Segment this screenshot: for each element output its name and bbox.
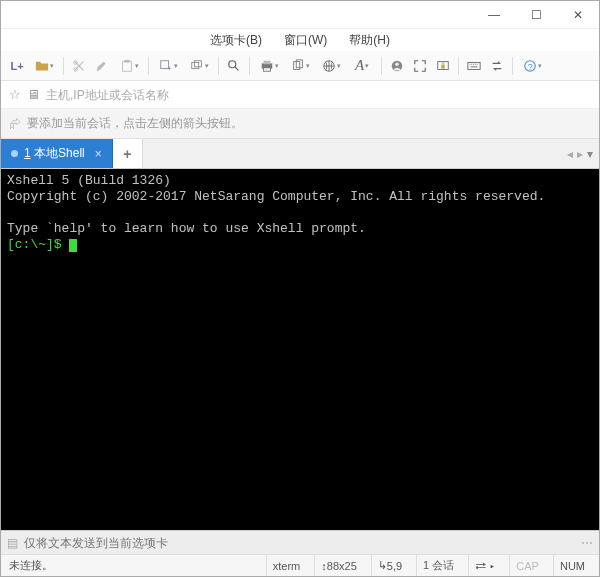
windows-icon — [190, 59, 204, 73]
expand-icon — [413, 59, 427, 73]
term-line2: Copyright (c) 2002-2017 NetSarang Comput… — [7, 189, 545, 204]
sessions-button[interactable]: ▾ — [185, 55, 213, 77]
tab-local-shell[interactable]: 1 本地Shell × — [1, 139, 113, 168]
status-num: NUM — [553, 555, 591, 576]
status-transfer-icon[interactable]: ⮂ ▸ — [468, 555, 501, 576]
lplus-button[interactable]: L+ — [7, 55, 27, 77]
status-cursor: ↳ 5,9 — [371, 555, 408, 576]
status-connection: 未连接。 — [9, 558, 258, 573]
folder-icon — [35, 59, 49, 73]
brush-icon — [95, 59, 109, 73]
minimize-button[interactable]: — — [473, 1, 515, 29]
svg-rect-6 — [191, 62, 198, 68]
titlebar: — ☐ ✕ — [1, 1, 599, 29]
menu-window[interactable]: 窗口(W) — [280, 30, 331, 51]
term-prompt: [c:\~]$ — [7, 237, 69, 252]
keyboard-icon — [467, 59, 481, 73]
search-button[interactable] — [224, 55, 244, 77]
tab-prev-button[interactable]: ◂ — [567, 147, 573, 161]
paintbrush-button[interactable] — [92, 55, 112, 77]
svg-text:?: ? — [527, 61, 532, 71]
copy-icon — [291, 59, 305, 73]
scissors-icon — [72, 59, 86, 73]
term-line4: Type `help' to learn how to use Xshell p… — [7, 221, 366, 236]
open-button[interactable]: ▾ — [30, 55, 58, 77]
address-input[interactable] — [46, 88, 591, 102]
svg-rect-19 — [468, 62, 480, 69]
menu-help[interactable]: 帮助(H) — [345, 30, 394, 51]
host-icon: 🖥 — [27, 87, 40, 102]
avatar-icon — [390, 59, 404, 73]
maximize-button[interactable]: ☐ — [515, 1, 557, 29]
menubar: 选项卡(B) 窗口(W) 帮助(H) — [1, 29, 599, 51]
svg-rect-10 — [263, 60, 270, 64]
svg-rect-11 — [263, 67, 270, 71]
tab-label: 1 本地Shell — [24, 145, 85, 162]
svg-rect-7 — [194, 60, 201, 66]
lock-screen-icon — [436, 59, 450, 73]
svg-point-8 — [229, 60, 236, 67]
help-icon: ? — [523, 59, 537, 73]
tab-list-button[interactable]: ▾ — [587, 147, 593, 161]
sendbar-menu-button[interactable]: ⋯ — [581, 536, 593, 550]
sendbar: ▤ ⋯ — [1, 530, 599, 554]
tab-nav: ◂ ▸ ▾ — [561, 139, 599, 168]
status-sessions: 1 会话 — [416, 555, 460, 576]
svg-rect-2 — [122, 61, 131, 71]
search-icon — [227, 59, 241, 73]
hint-bar: ⮳ 要添加当前会话，点击左侧的箭头按钮。 — [1, 109, 599, 139]
printer-icon — [260, 59, 274, 73]
status-size: ↕ 88x25 — [314, 555, 362, 576]
svg-text:+: + — [166, 64, 171, 73]
globe-icon — [322, 59, 336, 73]
address-bar: ☆ 🖥 — [1, 81, 599, 109]
tab-next-button[interactable]: ▸ — [577, 147, 583, 161]
tab-close-button[interactable]: × — [95, 147, 102, 161]
hint-text: 要添加当前会话，点击左侧的箭头按钮。 — [27, 115, 243, 132]
transfer-button[interactable] — [487, 55, 507, 77]
print-button[interactable]: ▾ — [255, 55, 283, 77]
gear-plus-icon: + — [159, 59, 173, 73]
statusbar: 未连接。 xterm ↕ 88x25 ↳ 5,9 1 会话 ⮂ ▸ CAP NU… — [1, 554, 599, 576]
globe-button[interactable]: ▾ — [317, 55, 345, 77]
menu-tabs[interactable]: 选项卡(B) — [206, 30, 266, 51]
close-button[interactable]: ✕ — [557, 1, 599, 29]
transfer-icon — [490, 59, 504, 73]
send-input[interactable] — [24, 536, 575, 550]
add-tab-button[interactable]: + — [113, 139, 143, 168]
fullscreen-button[interactable] — [410, 55, 430, 77]
svg-rect-18 — [441, 65, 445, 69]
properties-button[interactable]: +▾ — [154, 55, 182, 77]
terminal[interactable]: Xshell 5 (Build 1326) Copyright (c) 2002… — [1, 169, 599, 530]
help-button[interactable]: ?▾ — [518, 55, 546, 77]
svg-rect-3 — [124, 59, 129, 62]
lock-view-button[interactable] — [433, 55, 453, 77]
toolbar: L+ ▾ ▾ +▾ ▾ ▾ ▾ ▾ A▾ ?▾ — [1, 51, 599, 81]
term-cursor — [69, 239, 77, 252]
clipboard-icon — [120, 59, 134, 73]
tabbar: 1 本地Shell × + ◂ ▸ ▾ — [1, 139, 599, 169]
keyboard-button[interactable] — [464, 55, 484, 77]
font-icon: A — [355, 57, 364, 74]
arrow-add-icon[interactable]: ⮳ — [9, 117, 21, 131]
sendbar-icon[interactable]: ▤ — [7, 536, 18, 550]
term-line1: Xshell 5 (Build 1326) — [7, 173, 171, 188]
svg-point-16 — [395, 62, 399, 66]
cut-button[interactable] — [69, 55, 89, 77]
copy-button[interactable]: ▾ — [286, 55, 314, 77]
tab-status-dot — [11, 150, 18, 157]
status-cap: CAP — [509, 555, 545, 576]
font-button[interactable]: A▾ — [348, 55, 376, 77]
paste-button[interactable]: ▾ — [115, 55, 143, 77]
bookmark-icon[interactable]: ☆ — [9, 87, 21, 102]
status-term-type: xterm — [266, 555, 307, 576]
avatar-button[interactable] — [387, 55, 407, 77]
